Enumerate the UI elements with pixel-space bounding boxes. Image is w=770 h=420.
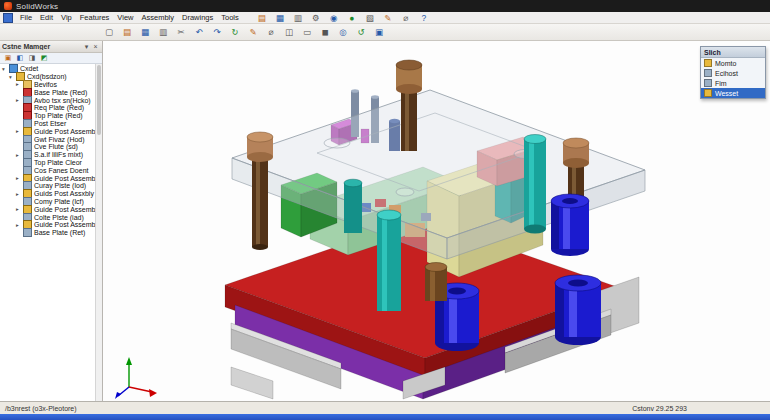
tree-item[interactable]: Post Etser <box>0 120 102 128</box>
tree-item[interactable]: Curay Piste (lod) <box>0 182 102 190</box>
wireframe-icon[interactable]: ▭ <box>299 25 315 40</box>
tree-item[interactable]: ▸ Avbo tsx sn(Hcko) <box>0 96 102 104</box>
undo-icon[interactable]: ↶ <box>191 25 207 40</box>
tree-item-label: Post Etser <box>34 120 66 127</box>
tree-item[interactable]: Colte Plste (iad) <box>0 213 102 221</box>
status-bar: /b3nrest (o3x-Pleotore) Cstonv 29.25 293 <box>0 401 770 414</box>
appearance-icon[interactable]: ● <box>344 10 360 25</box>
expand-arrow-icon[interactable]: ▾ <box>2 66 9 72</box>
tree-item-label: Guids Post Assxbly (x4) <box>34 190 102 197</box>
tree-item[interactable]: ▸ S.a.if liliFs mixt) <box>0 151 102 159</box>
menu-item[interactable]: View <box>113 13 137 22</box>
tree-item[interactable]: ▸ Bevifos <box>0 81 102 89</box>
help-icon[interactable]: ? <box>416 10 432 25</box>
guide-bushing-right-model[interactable] <box>555 275 601 345</box>
ejector-cylinder-front-model[interactable] <box>377 210 401 311</box>
propertymanager-tab-icon[interactable]: ◧ <box>14 53 26 64</box>
rotate-view-icon[interactable]: ↺ <box>353 25 369 40</box>
cut-icon[interactable]: ✂ <box>173 25 189 40</box>
expand-arrow-icon[interactable]: ▸ <box>16 81 23 87</box>
ejector-cylinder-small-model[interactable] <box>344 179 362 233</box>
display-pane-item-label: Wesset <box>715 90 738 97</box>
scene-icon[interactable]: ▧ <box>362 10 378 25</box>
ejector-cylinder-back-model[interactable] <box>524 135 546 234</box>
display-pane-item[interactable]: Fim <box>701 78 765 88</box>
tree-item[interactable]: Cos Fanes Doent <box>0 166 102 174</box>
zoom-fit-icon[interactable]: ◎ <box>335 25 351 40</box>
annotation-icon[interactable]: ✎ <box>380 10 396 25</box>
tree-item-label: Guide Post Assembly (x4) <box>34 128 102 135</box>
menu-item[interactable]: Features <box>76 13 114 22</box>
menu-item[interactable]: Drawings <box>178 13 217 22</box>
feature-manager-tabs: ▣◧◨◩ <box>0 53 102 64</box>
tree-item[interactable]: ▸ Guids Post Assxbly (x4) <box>0 190 102 198</box>
open-icon[interactable]: ▤ <box>119 25 135 40</box>
assembly-tools-icon[interactable]: ▣ <box>371 25 387 40</box>
menu-item[interactable]: Assembly <box>137 13 178 22</box>
scrollbar-thumb[interactable] <box>97 65 101 135</box>
mold-assembly-model[interactable] <box>103 41 770 401</box>
expand-arrow-icon[interactable]: ▸ <box>16 191 23 197</box>
section-view-icon[interactable]: ◫ <box>281 25 297 40</box>
menu-item[interactable]: Edit <box>36 13 57 22</box>
tree-item-label: S.a.if liliFs mixt) <box>34 151 83 158</box>
tree-item[interactable]: ▸ Guide Post Assembly (x4) <box>0 127 102 135</box>
tree-item[interactable]: ▾ Cxd(bsdzon) <box>0 73 102 81</box>
tree-scrollbar[interactable] <box>95 64 102 401</box>
display-pane-item[interactable]: Momto <box>701 58 765 68</box>
save-icon[interactable]: ▦ <box>137 25 153 40</box>
menu-item[interactable]: File <box>16 13 36 22</box>
expand-arrow-icon[interactable]: ▸ <box>16 128 23 134</box>
expand-arrow-icon[interactable]: ▸ <box>16 222 23 228</box>
tree-item[interactable]: Base Plate (Red) <box>0 88 102 96</box>
display-pane[interactable]: Slich Momto Ecihost <box>700 46 766 99</box>
visibility-icon[interactable]: ◉ <box>326 10 342 25</box>
expand-arrow-icon[interactable]: ▸ <box>16 206 23 212</box>
guide-bushing-right-upper-model[interactable] <box>551 194 589 256</box>
tree-item[interactable]: Req Plate (Red) <box>0 104 102 112</box>
save-icon[interactable]: ▦ <box>272 10 288 25</box>
tree-item[interactable]: Base Plate (Ret) <box>0 229 102 237</box>
sketch-icon[interactable]: ✎ <box>245 25 261 40</box>
expand-arrow-icon[interactable]: ▸ <box>16 175 23 181</box>
taskbar-strip <box>0 414 770 420</box>
measure-icon[interactable]: ⌀ <box>398 10 414 25</box>
expand-arrow-icon[interactable]: ▸ <box>16 97 23 103</box>
menubar-quick-icons: ▤▦▥⚙◉●▧✎⌀? <box>253 10 433 25</box>
tree-item[interactable]: Comy Plate (lcf) <box>0 198 102 206</box>
tree-item-label: Guide Post Assembly (x4) <box>34 175 102 182</box>
new-document-icon[interactable]: ▢ <box>101 25 117 40</box>
tree-item[interactable]: Top Plate (Red) <box>0 112 102 120</box>
display-pane-item[interactable]: Wesset <box>701 88 765 98</box>
menu-item[interactable]: Tools <box>217 13 243 22</box>
open-icon[interactable]: ▤ <box>254 10 270 25</box>
shaded-view-icon[interactable]: ◼ <box>317 25 333 40</box>
tree-item[interactable]: Gwt Fivaz (Hod) <box>0 135 102 143</box>
dimxpert-tab-icon[interactable]: ◩ <box>38 53 50 64</box>
pin-panel-icon[interactable]: ▾ <box>82 43 91 51</box>
display-pane-title[interactable]: Slich <box>701 47 765 58</box>
guide-post-center-model[interactable] <box>425 263 447 302</box>
tree-item[interactable]: ▸ Guide Post Assembly (x4) <box>0 221 102 229</box>
expand-arrow-icon[interactable]: ▾ <box>9 74 16 80</box>
featuremanager-tab-icon[interactable]: ▣ <box>2 53 14 64</box>
menu-item[interactable]: Vip <box>57 13 76 22</box>
rebuild-icon[interactable]: ↻ <box>227 25 243 40</box>
tree-item[interactable]: Cve Flute (sd) <box>0 143 102 151</box>
configurationmanager-tab-icon[interactable]: ◨ <box>26 53 38 64</box>
expand-arrow-icon[interactable]: ▸ <box>16 152 23 158</box>
measure-icon[interactable]: ⌀ <box>263 25 279 40</box>
graphics-viewport[interactable]: Slich Momto Ecihost <box>103 41 770 401</box>
close-panel-icon[interactable]: × <box>91 43 100 51</box>
tree-item-label: Comy Plate (lcf) <box>34 198 84 205</box>
settings-icon[interactable]: ⚙ <box>308 10 324 25</box>
redo-icon[interactable]: ↷ <box>209 25 225 40</box>
tree-item[interactable]: Top Plate Cleor <box>0 159 102 167</box>
tree-item[interactable]: ▸ Guide Post Assembly (x4) <box>0 205 102 213</box>
main-toolbar: ▢▤▦▥✂↶↷↻✎⌀◫▭◼◎↺▣ <box>0 24 770 41</box>
tree-item[interactable]: ▸ Guide Post Assembly (x4) <box>0 174 102 182</box>
print-icon[interactable]: ▥ <box>290 10 306 25</box>
print-icon[interactable]: ▥ <box>155 25 171 40</box>
feature-manager-title: Cstne Mamger <box>2 43 82 50</box>
display-pane-item[interactable]: Ecihost <box>701 68 765 78</box>
